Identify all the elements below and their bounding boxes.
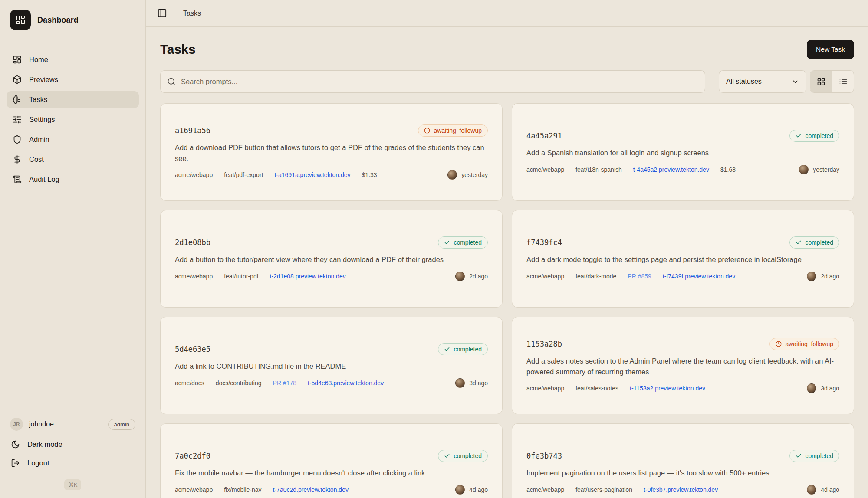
status-label: completed	[805, 452, 833, 459]
task-meta-left: acme/webapp feat/sales-notes t-1153a2.pr…	[526, 385, 705, 392]
task-id: 4a45a291	[526, 131, 562, 140]
time-label: 2d ago	[821, 273, 839, 280]
time-label: 3d ago	[821, 385, 839, 392]
dark-mode-toggle[interactable]: Dark mode	[7, 436, 139, 453]
status-label: completed	[805, 239, 833, 246]
task-card-header: 5d4e63e5 completed	[175, 343, 488, 355]
sidebar-toggle-button[interactable]	[157, 8, 167, 18]
repo-label: acme/webapp	[526, 273, 564, 280]
logout-button[interactable]: Logout	[7, 455, 139, 472]
status-filter-select[interactable]: All statuses	[719, 70, 806, 93]
time-label: 3d ago	[469, 380, 488, 387]
sidebar-item-audit-log[interactable]: Audit Log	[7, 171, 139, 188]
repo-label: acme/docs	[175, 380, 204, 387]
task-meta-right: 4d ago	[455, 485, 488, 495]
task-card-header: 2d1e08bb completed	[175, 236, 488, 249]
task-card[interactable]: 1153a28b awaiting_followup Add a sales n…	[512, 317, 854, 414]
user-avatar: JR	[10, 418, 23, 431]
sidebar-footer: JR johndoe admin Dark mode Logout ⌘K	[7, 414, 139, 490]
task-meta-left: acme/webapp feat/dark-mode PR #859 t-f74…	[526, 273, 735, 280]
branch-label: fix/mobile-nav	[224, 486, 261, 493]
grid-view-button[interactable]	[810, 71, 832, 92]
avatar	[455, 378, 465, 388]
check-icon	[444, 239, 450, 246]
sidebar-item-previews[interactable]: Previews	[7, 71, 139, 88]
pr-link[interactable]: PR #859	[628, 273, 651, 280]
task-card[interactable]: 7a0c2df0 completed Fix the mobile navbar…	[160, 423, 503, 498]
task-card-header: f7439fc4 completed	[526, 236, 839, 249]
task-card[interactable]: f7439fc4 completed Add a dark mode toggl…	[512, 210, 854, 308]
status-badge: awaiting_followup	[418, 124, 488, 137]
search-box[interactable]	[160, 70, 705, 93]
sidebar-item-label: Previews	[29, 75, 58, 84]
brain-icon	[13, 95, 22, 104]
pr-link[interactable]: PR #178	[273, 380, 296, 387]
task-meta-right: yesterday	[447, 170, 488, 180]
task-meta-right: 3d ago	[455, 378, 488, 388]
shortcut-hint-row: ⌘K	[7, 479, 139, 490]
task-meta-right: 2d ago	[807, 272, 839, 281]
logout-label: Logout	[27, 459, 49, 467]
task-card-header: 0fe3b743 completed	[526, 450, 839, 462]
preview-link[interactable]: t-4a45a2.preview.tekton.dev	[633, 166, 709, 173]
dashboard-grid-icon	[15, 15, 26, 25]
task-card[interactable]: 2d1e08bb completed Add a button to the t…	[160, 210, 503, 308]
avatar	[807, 485, 816, 495]
task-card-header: 1153a28b awaiting_followup	[526, 338, 839, 350]
user-menu[interactable]: JR johndoe admin	[7, 414, 139, 434]
preview-link[interactable]: t-0fe3b7.preview.tekton.dev	[644, 486, 718, 493]
preview-link[interactable]: t-a1691a.preview.tekton.dev	[274, 171, 350, 178]
task-meta-left: acme/webapp feat/users-pagination t-0fe3…	[526, 486, 718, 493]
task-id: 1153a28b	[526, 340, 562, 348]
scroll-icon	[13, 175, 22, 184]
task-card-header: 7a0c2df0 completed	[175, 450, 488, 462]
task-id: 0fe3b743	[526, 452, 562, 460]
task-meta: acme/docs docs/contributing PR #178 t-5d…	[175, 378, 488, 388]
status-badge: awaiting_followup	[769, 338, 839, 350]
task-card[interactable]: a1691a56 awaiting_followup Add a downloa…	[160, 103, 503, 201]
preview-link[interactable]: t-f7439f.preview.tekton.dev	[663, 273, 735, 280]
task-meta: acme/webapp feat/sales-notes t-1153a2.pr…	[526, 383, 839, 393]
sidebar-item-settings[interactable]: Settings	[7, 111, 139, 128]
preview-link[interactable]: t-1153a2.preview.tekton.dev	[630, 385, 705, 392]
app-logo[interactable]	[10, 10, 31, 30]
new-task-button[interactable]: New Task	[807, 40, 854, 59]
task-meta: acme/webapp feat/users-pagination t-0fe3…	[526, 485, 839, 495]
repo-label: acme/webapp	[526, 385, 564, 392]
task-card[interactable]: 0fe3b743 completed Implement pagination …	[512, 423, 854, 498]
preview-link[interactable]: t-7a0c2d.preview.tekton.dev	[273, 486, 349, 493]
task-title: Implement pagination on the users list p…	[526, 468, 839, 478]
task-id: 7a0c2df0	[175, 452, 210, 460]
home-grid-icon	[13, 55, 22, 64]
status-label: completed	[805, 132, 833, 139]
task-card-header: a1691a56 awaiting_followup	[175, 124, 488, 137]
task-meta-right: yesterday	[799, 165, 839, 174]
grid-view-icon	[817, 77, 825, 86]
list-view-button[interactable]	[832, 71, 854, 92]
branch-label: feat/i18n-spanish	[575, 166, 622, 173]
preview-link[interactable]: t-2d1e08.preview.tekton.dev	[270, 273, 346, 280]
task-card[interactable]: 5d4e63e5 completed Add a link to CONTRIB…	[160, 317, 503, 414]
status-label: completed	[454, 346, 482, 353]
logout-icon	[11, 459, 20, 468]
task-meta-right: 3d ago	[807, 383, 839, 393]
branch-label: docs/contributing	[216, 380, 262, 387]
sidebar-item-label: Home	[29, 56, 48, 64]
task-id: 5d4e63e5	[175, 345, 210, 354]
sidebar-item-label: Audit Log	[29, 175, 59, 183]
task-title: Add a Spanish translation for all login …	[526, 147, 839, 158]
task-meta-right: 4d ago	[807, 485, 839, 495]
repo-label: acme/webapp	[526, 166, 564, 173]
time-label: yesterday	[813, 166, 839, 173]
branch-label: feat/tutor-pdf	[224, 273, 258, 280]
sidebar-item-home[interactable]: Home	[7, 51, 139, 68]
sidebar-item-admin[interactable]: Admin	[7, 131, 139, 148]
sidebar-item-cost[interactable]: Cost	[7, 151, 139, 168]
clock-icon	[424, 128, 430, 134]
sidebar-item-tasks[interactable]: Tasks	[7, 91, 139, 108]
preview-link[interactable]: t-5d4e63.preview.tekton.dev	[308, 380, 384, 387]
task-id: 2d1e08bb	[175, 238, 210, 247]
search-input[interactable]	[181, 78, 698, 86]
task-card[interactable]: 4a45a291 completed Add a Spanish transla…	[512, 103, 854, 201]
repo-label: acme/webapp	[175, 273, 213, 280]
